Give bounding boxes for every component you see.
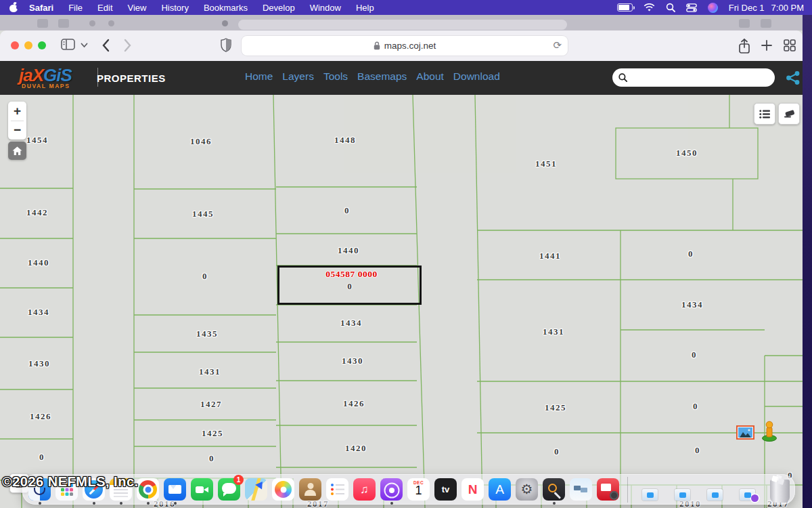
dock-divider bbox=[627, 477, 628, 503]
control-center-icon[interactable] bbox=[686, 3, 697, 12]
parcel-label: 0 bbox=[344, 205, 350, 216]
sidebar-icon[interactable] bbox=[61, 39, 75, 50]
wifi-icon[interactable] bbox=[644, 3, 655, 12]
tab-overview-icon[interactable] bbox=[784, 39, 796, 51]
parcel-label: 0 bbox=[692, 350, 697, 360]
privacy-shield-icon[interactable] bbox=[221, 38, 231, 52]
parcel-map[interactable]: 1454104614481451145014421445014400144014… bbox=[0, 95, 803, 508]
dock-settings-icon[interactable]: ⚙ bbox=[516, 478, 538, 501]
parcel-label: 1425 bbox=[545, 402, 566, 413]
parcel-label: 1434 bbox=[340, 318, 362, 329]
lock-icon bbox=[374, 41, 380, 50]
menu-item-file[interactable]: File bbox=[68, 3, 83, 13]
parcel-label: 1427 bbox=[200, 399, 222, 410]
notification-badge: 1 bbox=[233, 475, 244, 485]
parcel-label: 1420 bbox=[345, 443, 367, 454]
forward-button[interactable] bbox=[124, 39, 132, 52]
bg-window-shield bbox=[222, 20, 228, 26]
minimized-window-thumbnail[interactable] bbox=[675, 489, 690, 501]
nav-home[interactable]: Home bbox=[245, 70, 273, 83]
parcel-label: 0 bbox=[209, 453, 215, 464]
menu-bar-clock[interactable]: Fri Dec 1 7:00 PM bbox=[729, 3, 804, 13]
nav-about[interactable]: About bbox=[416, 70, 444, 83]
nav-basemaps[interactable]: Basemaps bbox=[357, 70, 407, 83]
menu-item-window[interactable]: Window bbox=[310, 3, 341, 13]
background-window-strip bbox=[0, 15, 803, 30]
menu-items: SafariFileEditViewHistoryBookmarksDevelo… bbox=[29, 3, 374, 13]
parcel-label: 1451 bbox=[535, 158, 557, 169]
dock-preview-icon[interactable] bbox=[570, 478, 592, 501]
menu-item-history[interactable]: History bbox=[161, 3, 188, 13]
dock-photobooth-icon[interactable] bbox=[597, 478, 619, 501]
minimized-window-thumbnail[interactable] bbox=[642, 489, 658, 501]
screen: SafariFileEditViewHistoryBookmarksDevelo… bbox=[0, 0, 812, 508]
parcel-label: 1425 bbox=[202, 428, 223, 439]
dock-music-icon[interactable]: ♫ bbox=[353, 478, 376, 501]
apple-menu-icon[interactable] bbox=[9, 3, 18, 12]
home-icon bbox=[12, 146, 22, 156]
share-icon[interactable] bbox=[738, 39, 750, 54]
parcel-label: 0 bbox=[693, 401, 698, 412]
macos-menu-bar: SafariFileEditViewHistoryBookmarksDevelo… bbox=[0, 0, 812, 15]
legend-list-icon bbox=[759, 110, 770, 119]
clock-date: Fri Dec 1 bbox=[729, 3, 765, 13]
chevron-down-icon[interactable] bbox=[81, 43, 88, 48]
bg-window-urlbar bbox=[238, 20, 567, 30]
battery-icon[interactable] bbox=[617, 3, 633, 12]
menu-item-edit[interactable]: Edit bbox=[97, 3, 112, 13]
search-input[interactable] bbox=[631, 72, 775, 83]
dock-reminders-icon[interactable] bbox=[326, 478, 348, 501]
logo-subtitle: DUVAL MAPS bbox=[22, 83, 70, 89]
zoom-in-button[interactable]: + bbox=[8, 102, 26, 121]
new-tab-icon[interactable] bbox=[761, 40, 772, 51]
trash-icon[interactable] bbox=[770, 480, 790, 503]
zoom-out-button[interactable]: − bbox=[8, 121, 26, 140]
dock-maps-icon[interactable] bbox=[245, 478, 267, 501]
close-window-button[interactable] bbox=[11, 41, 19, 49]
dock-news-icon[interactable]: N bbox=[461, 478, 484, 501]
minimize-window-button[interactable] bbox=[24, 41, 32, 49]
eraser-button[interactable] bbox=[778, 103, 800, 125]
zoom-window-button[interactable] bbox=[38, 41, 46, 49]
map-search-box[interactable] bbox=[612, 68, 775, 87]
menu-item-view[interactable]: View bbox=[128, 3, 147, 13]
url-text: maps.coj.net bbox=[384, 41, 436, 51]
dock-podcasts-icon[interactable] bbox=[380, 478, 403, 501]
minimized-window-thumbnail[interactable] bbox=[707, 489, 723, 501]
safari-window: maps.coj.net ⟳ jaXGiS DUVAL MAPS PROPERT… bbox=[0, 30, 803, 508]
dock-tv-icon[interactable]: tv bbox=[434, 478, 457, 501]
menu-item-bookmarks[interactable]: Bookmarks bbox=[204, 3, 248, 13]
nav-download[interactable]: Download bbox=[453, 70, 500, 83]
menu-item-safari[interactable]: Safari bbox=[29, 3, 53, 13]
photo-attachment-marker[interactable] bbox=[736, 425, 754, 440]
menu-item-help[interactable]: Help bbox=[356, 3, 374, 13]
dock-appstore-icon[interactable]: A bbox=[489, 478, 511, 501]
dock-calendar-icon[interactable]: DEC1 bbox=[407, 478, 430, 501]
parcel-label: 1431 bbox=[199, 366, 221, 377]
bg-window-chip bbox=[37, 19, 48, 28]
selected-parcel-outline[interactable]: 054587 0000 0 bbox=[277, 266, 422, 305]
dock-mail-icon[interactable] bbox=[164, 478, 186, 501]
dock-chrome-icon[interactable] bbox=[137, 478, 159, 501]
home-extent-button[interactable] bbox=[8, 142, 26, 160]
parcel-label: 1434 bbox=[681, 299, 703, 310]
map-share-icon[interactable] bbox=[786, 70, 800, 85]
bg-window-chip bbox=[58, 19, 69, 28]
reload-icon[interactable]: ⟳ bbox=[553, 39, 562, 51]
menu-item-develop[interactable]: Develop bbox=[263, 3, 295, 13]
address-bar[interactable]: maps.coj.net ⟳ bbox=[242, 36, 568, 56]
dock-facetime-icon[interactable] bbox=[191, 478, 213, 501]
parcel-label: 1441 bbox=[539, 251, 561, 261]
minimized-window-stack[interactable] bbox=[740, 489, 755, 501]
dock-photos-icon[interactable] bbox=[272, 478, 294, 501]
dock-contacts-icon[interactable] bbox=[299, 478, 321, 501]
back-button[interactable] bbox=[102, 39, 110, 52]
spotlight-icon[interactable] bbox=[666, 3, 675, 12]
dock-keychain-icon[interactable] bbox=[543, 478, 565, 501]
dock-messages-icon[interactable]: 1 bbox=[218, 478, 240, 501]
hydrant-marker[interactable] bbox=[761, 420, 778, 442]
legend-button[interactable] bbox=[754, 103, 775, 125]
nav-layers[interactable]: Layers bbox=[282, 70, 314, 83]
nav-tools[interactable]: Tools bbox=[323, 70, 348, 83]
siri-icon[interactable] bbox=[708, 3, 718, 13]
